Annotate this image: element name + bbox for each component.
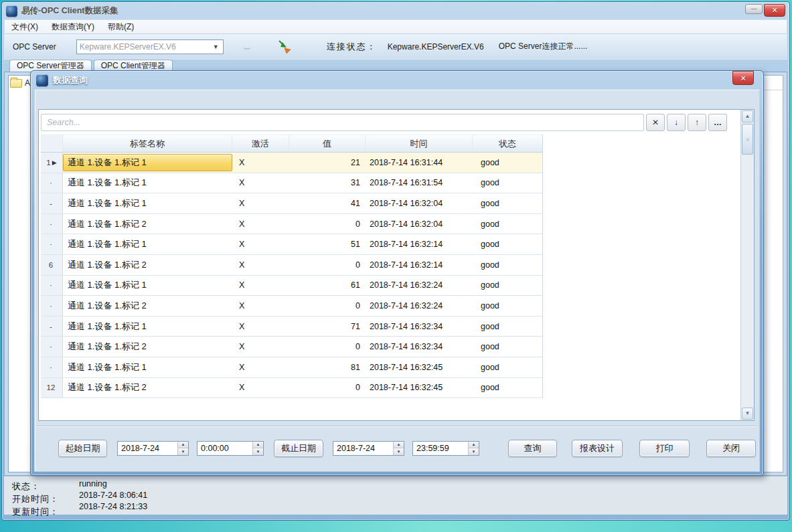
cell-time: 2018-7-14 16:31:44: [366, 153, 473, 173]
close-dialog-button[interactable]: 关闭: [706, 440, 756, 457]
spin-down-icon[interactable]: ▼: [178, 448, 188, 455]
cell-active: X: [232, 337, 289, 357]
column-header-active[interactable]: 激活: [232, 135, 289, 152]
spin-down-icon[interactable]: ▼: [394, 448, 404, 455]
end-time-spinner[interactable]: 23:59:59 ▲▼: [412, 441, 479, 456]
close-button[interactable]: ✕: [764, 4, 785, 17]
cell-tag-name: 通道 1.设备 1.标记 2: [63, 338, 232, 355]
cell-active: X: [232, 255, 289, 275]
cell-tag-name: 通道 1.设备 1.标记 1: [63, 276, 232, 294]
opc-server-combobox[interactable]: Kepware.KEPServerEX.V6 ▼: [76, 39, 224, 54]
cell-active: X: [232, 214, 289, 234]
data-grid: 标签名称 激活 值 时间 状态 1▶ 通道 1.设备 1.标记 1 X 21 2…: [41, 135, 543, 398]
tree-node-label: A: [25, 78, 30, 88]
cell-status: good: [473, 317, 542, 337]
cell-status: good: [473, 276, 542, 296]
cell-active: X: [232, 357, 289, 377]
cell-time: 2018-7-14 16:31:54: [366, 173, 473, 193]
row-marker: ·: [50, 220, 52, 228]
main-titlebar[interactable]: 易传-OPC Client数据采集 — ✕: [2, 2, 789, 19]
menu-file[interactable]: 文件(X): [11, 21, 38, 33]
table-row[interactable]: · 通道 1.设备 1.标记 2 X 0 2018-7-14 16:32:04 …: [41, 214, 542, 235]
start-date-spinner[interactable]: 2018-7-24 ▲▼: [117, 441, 189, 456]
dialog-titlebar[interactable]: 数据查询 ✕: [31, 71, 763, 89]
column-header-time[interactable]: 时间: [366, 135, 473, 152]
cell-tag-name: 通道 1.设备 1.标记 1: [63, 359, 232, 376]
window-title: 易传-OPC Client数据采集: [21, 5, 118, 17]
scrollbar-thumb[interactable]: =: [742, 124, 753, 155]
table-row[interactable]: 1▶ 通道 1.设备 1.标记 1 X 21 2018-7-14 16:31:4…: [41, 153, 542, 173]
status-value: running: [79, 479, 107, 489]
chevron-down-icon[interactable]: ▼: [212, 43, 220, 50]
column-header-value[interactable]: 值: [289, 135, 366, 152]
end-date-button[interactable]: 截止日期: [274, 440, 323, 457]
scroll-down-icon[interactable]: ▼: [742, 408, 753, 420]
spin-up-icon[interactable]: ▲: [394, 442, 404, 449]
table-row[interactable]: · 通道 1.设备 1.标记 1 X 81 2018-7-14 16:32:45…: [41, 357, 542, 378]
minimize-button[interactable]: —: [745, 4, 763, 14]
end-date-value: 2018-7-24: [333, 442, 393, 455]
menu-data-query[interactable]: 数据查询(Y): [52, 21, 94, 33]
start-time-value: 0:00:00: [197, 442, 252, 455]
start-time-label: 开始时间：: [12, 493, 59, 505]
opc-server-label: OPC Server: [13, 42, 56, 52]
spin-down-icon[interactable]: ▼: [469, 448, 479, 455]
table-row[interactable]: · 通道 1.设备 1.标记 1 X 61 2018-7-14 16:32:24…: [41, 276, 542, 296]
cell-value: 61: [289, 276, 366, 296]
cell-active: X: [232, 153, 289, 173]
row-marker: -: [50, 199, 52, 207]
cell-tag-name: 通道 1.设备 1.标记 1: [63, 236, 232, 253]
table-row[interactable]: · 通道 1.设备 1.标记 1 X 31 2018-7-14 16:31:54…: [41, 173, 542, 194]
table-row[interactable]: 12 通道 1.设备 1.标记 2 X 0 2018-7-14 16:32:45…: [41, 378, 542, 399]
search-input[interactable]: [41, 114, 644, 131]
print-button[interactable]: 打印: [639, 440, 690, 457]
toolbar: OPC Server Kepware.KEPServerEX.V6 ▼ 连接状态…: [4, 34, 787, 60]
end-date-spinner[interactable]: 2018-7-24 ▲▼: [333, 441, 404, 456]
spin-up-icon[interactable]: ▲: [178, 442, 188, 449]
table-row[interactable]: · 通道 1.设备 1.标记 1 X 51 2018-7-14 16:32:14…: [41, 234, 542, 255]
scroll-up-icon[interactable]: ▲: [742, 110, 753, 122]
menu-help[interactable]: 帮助(Z): [108, 21, 134, 33]
right-panel-header: [763, 76, 783, 90]
dialog-app-icon: [36, 74, 48, 86]
start-time-spinner[interactable]: 0:00:00 ▲▼: [197, 441, 264, 456]
row-marker: -: [50, 323, 52, 331]
column-header-tag[interactable]: 标签名称: [63, 135, 232, 152]
start-date-value: 2018-7-24: [118, 442, 177, 455]
table-row[interactable]: - 通道 1.设备 1.标记 1 X 41 2018-7-14 16:32:04…: [41, 193, 542, 214]
table-row[interactable]: · 通道 1.设备 1.标记 2 X 0 2018-7-14 16:32:24 …: [41, 296, 542, 317]
table-row[interactable]: - 通道 1.设备 1.标记 1 X 71 2018-7-14 16:32:34…: [41, 317, 542, 337]
connect-icon[interactable]: [277, 39, 292, 54]
dialog-body: ✕ ↓ ↑ … 标签名称 激活 值 时间 状态 1▶ 通道 1.设备 1.: [34, 89, 760, 472]
vertical-scrollbar[interactable]: ▲ = ▼: [740, 110, 754, 420]
table-row[interactable]: · 通道 1.设备 1.标记 2 X 0 2018-7-14 16:32:34 …: [41, 337, 542, 357]
menubar: 文件(X) 数据查询(Y) 帮助(Z): [4, 19, 787, 34]
find-previous-button[interactable]: ↑: [688, 114, 706, 131]
cell-time: 2018-7-14 16:32:24: [366, 296, 473, 316]
spin-up-icon[interactable]: ▲: [253, 442, 263, 449]
refresh-arc-icon: [242, 43, 252, 50]
cell-tag-name: 通道 1.设备 1.标记 1: [63, 174, 232, 191]
cell-status: good: [473, 296, 542, 316]
spin-up-icon[interactable]: ▲: [469, 442, 479, 449]
table-row[interactable]: 6 通道 1.设备 1.标记 2 X 0 2018-7-14 16:32:14 …: [41, 255, 542, 276]
cell-value: 51: [289, 234, 366, 254]
query-button[interactable]: 查询: [508, 440, 557, 457]
more-options-button[interactable]: …: [708, 114, 727, 131]
cell-status: good: [473, 357, 542, 377]
start-date-button[interactable]: 起始日期: [58, 440, 107, 457]
row-marker: 1: [46, 159, 50, 167]
report-design-button[interactable]: 报表设计: [572, 440, 623, 457]
clear-search-button[interactable]: ✕: [646, 114, 665, 131]
folder-icon: [10, 79, 22, 88]
search-row: ✕ ↓ ↑ …: [41, 112, 734, 132]
cell-value: 71: [289, 317, 366, 337]
column-header-status[interactable]: 状态: [473, 135, 542, 152]
row-marker: ·: [50, 281, 52, 289]
spin-down-icon[interactable]: ▼: [253, 448, 263, 455]
find-next-button[interactable]: ↓: [667, 114, 686, 131]
dialog-close-icon[interactable]: ✕: [732, 71, 754, 85]
update-time-label: 更新时间：: [12, 506, 59, 518]
cell-active: X: [232, 317, 289, 337]
cell-value: 0: [289, 337, 366, 357]
